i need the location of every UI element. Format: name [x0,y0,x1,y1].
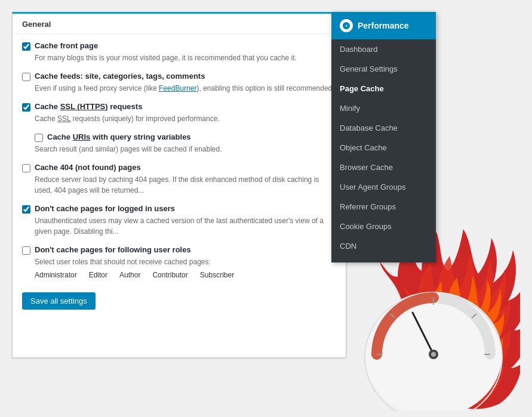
sidebar-header: Performance [331,12,436,39]
role-contributor: Contributor [152,271,187,279]
setting-cache-feeds: Cache feeds: site, categories, tags, com… [22,72,336,94]
sidebar-item-cdn[interactable]: CDN [331,236,436,256]
sidebar-item-database-cache[interactable]: Database Cache [331,118,436,138]
cache-feeds-label[interactable]: Cache feeds: site, categories, tags, com… [22,72,336,81]
sidebar-item-object-cache[interactable]: Object Cache [331,138,436,157]
sidebar-item-minify[interactable]: Minify [331,98,436,118]
gauge-center-inner [431,352,436,357]
sidebar-item-page-cache[interactable]: Page Cache [331,79,436,98]
cache-404-checkbox[interactable] [22,164,30,172]
page-wrapper: General Cache front page For many blogs … [0,0,532,417]
setting-no-cache-roles: Don't cache pages for following user rol… [22,245,336,279]
no-cache-roles-checkbox[interactable] [22,246,30,255]
no-cache-logged-in-checkbox[interactable] [22,205,30,214]
role-editor: Editor [89,271,107,279]
no-cache-logged-in-desc: Unauthenticated users may view a cached … [22,215,336,237]
setting-cache-front-page: Cache front page For many blogs this is … [22,41,336,63]
panel-title: General [13,14,346,34]
cache-ssl-text: Cache SSL (HTTPS) requests [35,102,142,111]
sidebar-item-referrer-groups[interactable]: Referrer Groups [331,197,436,217]
cache-ssl-desc: Cache SSL requests (uniquely) for improv… [22,113,336,124]
feedburner-link[interactable]: FeedBurner [159,84,196,92]
cache-404-label[interactable]: Cache 404 (not found) pages [22,163,336,172]
svg-point-1 [346,26,347,27]
cache-404-text: Cache 404 (not found) pages [35,163,141,172]
setting-no-cache-logged-in: Don't cache pages for logged in users Un… [22,204,336,237]
cache-feeds-checkbox[interactable] [22,73,30,81]
roles-list: Administrator Editor Author Contributor … [22,271,336,279]
setting-cache-ssl: Cache SSL (HTTPS) requests Cache SSL req… [22,102,336,124]
setting-cache-uris: Cache URIs with query string variables S… [22,132,336,155]
no-cache-logged-in-text: Don't cache pages for logged in users [35,204,175,213]
no-cache-roles-label[interactable]: Don't cache pages for following user rol… [22,245,336,255]
cache-uris-desc: Search result (and similar) pages will b… [35,144,336,155]
sidebar-item-cookie-groups[interactable]: Cookie Groups [331,217,436,236]
performance-icon [340,19,353,32]
role-administrator: Administrator [35,271,77,279]
sidebar-item-dashboard[interactable]: Dashboard [331,39,436,59]
cache-uris-checkbox[interactable] [35,134,43,142]
sidebar-item-browser-cache[interactable]: Browser Cache [331,157,436,177]
sidebar-header-title: Performance [358,21,409,30]
role-author: Author [119,271,140,279]
cache-uris-text: Cache URIs with query string variables [47,132,191,141]
no-cache-roles-desc: Select user roles that should not receiv… [22,257,336,267]
cache-feeds-text: Cache feeds: site, categories, tags, com… [35,72,205,81]
no-cache-roles-text: Don't cache pages for following user rol… [35,245,191,254]
cache-front-page-desc: For many blogs this is your most visited… [22,52,336,63]
speedometer-icon-svg [342,21,350,30]
cache-ssl-checkbox[interactable] [22,103,30,112]
role-subscriber: Subscriber [200,271,234,279]
cache-ssl-label[interactable]: Cache SSL (HTTPS) requests [22,102,336,112]
cache-feeds-desc: Even if using a feed proxy service (like… [22,83,336,94]
sidebar: Performance Dashboard General Settings P… [331,12,436,262]
cache-front-page-text: Cache front page [35,41,98,50]
cache-front-page-checkbox[interactable] [22,42,30,51]
main-panel: General Cache front page For many blogs … [12,12,346,358]
setting-cache-404: Cache 404 (not found) pages Reduce serve… [22,163,336,196]
no-cache-logged-in-label[interactable]: Don't cache pages for logged in users [22,204,336,214]
cache-404-desc: Reduce server load by caching 404 pages.… [22,174,336,196]
sidebar-item-general-settings[interactable]: General Settings [331,59,436,79]
save-button[interactable]: Save all settings [22,292,96,310]
cache-front-page-label[interactable]: Cache front page [22,41,336,51]
cache-uris-label[interactable]: Cache URIs with query string variables [35,132,336,142]
panel-body: Cache front page For many blogs this is … [13,34,346,317]
sidebar-item-user-agent-groups[interactable]: User Agent Groups [331,177,436,197]
